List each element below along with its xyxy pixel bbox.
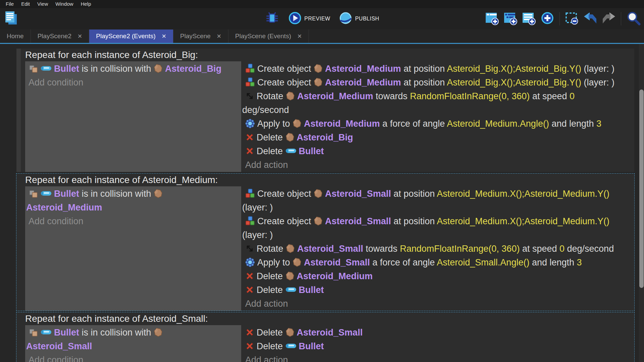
menu-view[interactable]: View xyxy=(34,0,52,8)
action-row[interactable]: Rotate Asteroid_Medium towards RandomFlo… xyxy=(241,89,632,117)
action-row[interactable]: Create object Asteroid_Small at position… xyxy=(241,215,632,242)
add-action-button[interactable]: Add action xyxy=(241,158,632,172)
action-row[interactable]: Create object Asteroid_Medium at positio… xyxy=(241,76,632,89)
action-row[interactable]: Create object Asteroid_Small at position… xyxy=(241,187,632,215)
event-header[interactable]: Repeat for each instance of Asteroid_Sma… xyxy=(21,312,634,325)
action-row[interactable]: Rotate Asteroid_Small towards RandomFloa… xyxy=(241,242,632,256)
collision-icon xyxy=(29,327,38,337)
object-name: Bullet xyxy=(299,285,324,295)
tab-label: PlayScene xyxy=(180,33,211,40)
menu-edit[interactable]: Edit xyxy=(17,0,34,8)
event-block[interactable]: Repeat for each instance of Asteroid_Med… xyxy=(16,173,635,311)
plain-text: at speed xyxy=(530,91,570,101)
plain-text: is in collision with xyxy=(79,189,154,199)
expression-text: Asteroid_Small.Angle() xyxy=(437,257,529,267)
action-line: (layer: ) xyxy=(241,228,632,242)
add-new-event-icon[interactable] xyxy=(540,11,555,27)
bullet-icon xyxy=(285,343,297,349)
force-icon xyxy=(245,119,255,128)
undo-icon[interactable] xyxy=(583,11,598,27)
event-header[interactable]: Repeat for each instance of Asteroid_Big… xyxy=(21,49,634,61)
condition-row[interactable]: Bullet is in collision with Asteroid_Med… xyxy=(25,187,241,215)
publish-button[interactable]: PUBLISH xyxy=(339,11,379,26)
plain-text: Delete xyxy=(257,146,285,156)
conditions-column: Bullet is in collision with Asteroid_Med… xyxy=(25,186,241,311)
action-line: Create object Asteroid_Medium at positio… xyxy=(241,62,632,76)
redo-icon[interactable] xyxy=(601,11,616,27)
remove-selection-icon[interactable] xyxy=(565,11,579,27)
tab-home[interactable]: Home xyxy=(0,29,31,43)
tab-close-icon[interactable]: ✕ xyxy=(77,33,82,40)
plain-text: Delete xyxy=(257,132,285,142)
action-row[interactable]: Apply to Asteroid_Medium a force of angl… xyxy=(241,117,632,131)
delete-icon xyxy=(245,146,254,156)
object-name: Asteroid_Big xyxy=(297,132,353,142)
tab-playscene-events[interactable]: PlayScene (Events)✕ xyxy=(228,29,309,43)
project-manager-icon[interactable] xyxy=(3,10,19,27)
search-icon[interactable] xyxy=(626,11,641,27)
action-row[interactable]: Delete Bullet xyxy=(241,283,632,297)
add-event-icon[interactable] xyxy=(485,11,499,27)
add-condition-button[interactable]: Add condition xyxy=(25,215,241,228)
action-row[interactable]: Delete Asteroid_Medium xyxy=(241,269,632,283)
add-condition-button[interactable]: Add condition xyxy=(25,76,241,89)
plain-text: towards xyxy=(363,244,400,254)
plain-text: Delete xyxy=(257,285,285,295)
menu-help[interactable]: Help xyxy=(77,0,95,8)
preview-label: PREVIEW xyxy=(304,16,330,22)
add-action-button[interactable]: Add action xyxy=(241,297,632,311)
event-body: Bullet is in collision with Asteroid_Med… xyxy=(21,186,634,311)
conditions-column: Bullet is in collision with Asteroid_Big… xyxy=(25,61,241,172)
preview-button[interactable]: PREVIEW xyxy=(288,11,330,26)
object-name: Asteroid_Medium xyxy=(297,271,373,281)
condition-row[interactable]: Bullet is in collision with Asteroid_Big xyxy=(25,62,241,76)
tab-playscene2-events[interactable]: PlayScene2 (Events)✕ xyxy=(89,29,173,43)
plain-text: Delete xyxy=(257,341,285,351)
plain-text: (layer: ) xyxy=(581,64,614,74)
scrollbar-track[interactable] xyxy=(639,44,644,362)
tab-close-icon[interactable]: ✕ xyxy=(217,33,221,40)
event-block[interactable]: Repeat for each instance of Asteroid_Sma… xyxy=(16,312,635,362)
plain-text: (layer: ) xyxy=(242,230,273,240)
action-line: Delete Asteroid_Small xyxy=(241,326,632,340)
menu-window[interactable]: Window xyxy=(52,0,77,8)
asteroid-icon xyxy=(154,64,163,73)
action-row[interactable]: Create object Asteroid_Medium at positio… xyxy=(241,62,632,76)
create-icon xyxy=(245,64,255,73)
action-line: Delete Bullet xyxy=(241,283,632,297)
scrollbar-thumb[interactable] xyxy=(639,89,644,288)
action-row[interactable]: Apply to Asteroid_Small a force of angle… xyxy=(241,256,632,269)
action-row[interactable]: Delete Bullet xyxy=(241,340,632,353)
event-header[interactable]: Repeat for each instance of Asteroid_Med… xyxy=(21,174,634,186)
action-line: Create object Asteroid_Small at position… xyxy=(241,215,632,228)
action-row[interactable]: Delete Asteroid_Small xyxy=(241,326,632,340)
action-line: Rotate Asteroid_Small towards RandomFloa… xyxy=(241,242,632,256)
condition-row[interactable]: Bullet is in collision with Asteroid_Sma… xyxy=(25,326,241,353)
action-line: Delete Bullet xyxy=(241,144,632,158)
action-row[interactable]: Delete Bullet xyxy=(241,144,632,158)
add-comment-icon[interactable] xyxy=(522,11,536,27)
action-row[interactable]: Delete Asteroid_Big xyxy=(241,131,632,144)
add-action-button[interactable]: Add action xyxy=(241,353,632,362)
tab-close-icon[interactable]: ✕ xyxy=(297,33,302,40)
toolbar-separator xyxy=(621,12,621,25)
expression-text: 3 xyxy=(577,257,582,267)
add-condition-button[interactable]: Add condition xyxy=(25,353,241,362)
debug-icon[interactable] xyxy=(265,11,279,27)
tab-close-icon[interactable]: ✕ xyxy=(162,33,166,40)
event-block[interactable]: Repeat for each instance of Asteroid_Big… xyxy=(16,48,635,172)
menu-file[interactable]: File xyxy=(2,0,17,8)
tab-playscene2[interactable]: PlayScene2✕ xyxy=(31,29,90,43)
add-sub-event-icon[interactable] xyxy=(503,11,518,27)
tab-playscene[interactable]: PlayScene✕ xyxy=(173,29,228,43)
action-line: Apply to Asteroid_Medium a force of angl… xyxy=(241,117,632,131)
action-line: deg/second xyxy=(241,103,632,117)
toolbar-separator xyxy=(559,12,560,25)
actions-column: Delete Asteroid_SmallDelete BulletAdd ac… xyxy=(241,325,634,362)
plain-text: at position xyxy=(401,64,447,74)
plain-text: (layer: ) xyxy=(242,202,273,213)
event-drag-handle[interactable] xyxy=(16,49,21,172)
object-name: Bullet xyxy=(299,341,324,351)
event-drag-handle[interactable] xyxy=(16,174,21,311)
event-drag-handle[interactable] xyxy=(16,312,21,362)
